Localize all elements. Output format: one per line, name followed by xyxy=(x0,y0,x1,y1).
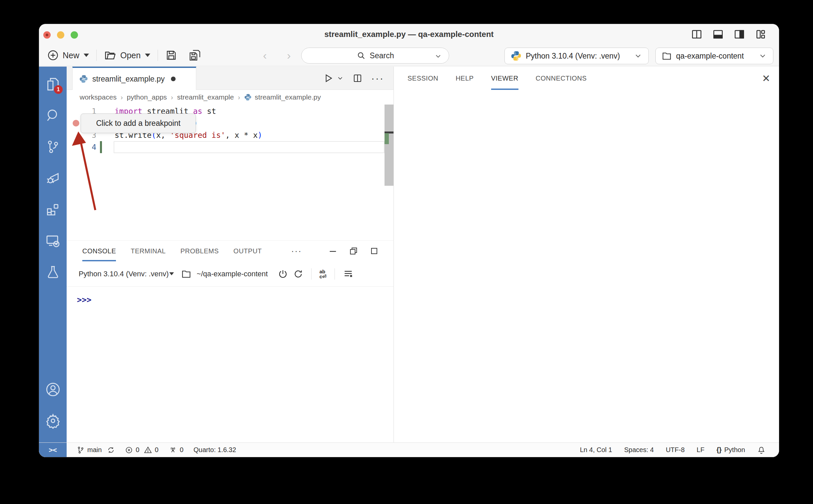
tab-console[interactable]: CONSOLE xyxy=(82,241,116,261)
eol-status[interactable]: LF xyxy=(697,446,704,454)
customize-layout-icon[interactable] xyxy=(755,29,766,40)
plus-circle-icon xyxy=(47,49,59,61)
save-button[interactable] xyxy=(162,49,180,61)
chevron-down-icon xyxy=(434,52,442,60)
tab-help[interactable]: HELP xyxy=(455,67,473,90)
sidebar-item-search[interactable] xyxy=(39,100,67,131)
breadcrumb: workspaces›python_apps›streamlit_example… xyxy=(67,90,394,105)
global-search-input[interactable]: Search xyxy=(301,48,449,64)
editor-more-actions-button[interactable]: ··· xyxy=(371,73,384,84)
tab-label: streamlit_example.py xyxy=(92,75,164,84)
python-logo-icon xyxy=(511,51,521,61)
right-panel-tab-bar: SESSIONHELPVIEWERCONNECTIONS xyxy=(394,67,779,90)
sidebar-item-extensions[interactable] xyxy=(39,194,67,225)
folder-icon xyxy=(181,269,191,279)
run-file-button[interactable] xyxy=(323,73,344,83)
navigate-back-button[interactable]: ‹ xyxy=(257,49,273,62)
sidebar-item-settings[interactable] xyxy=(39,405,67,436)
error-count: 0 xyxy=(135,446,139,454)
indentation-status[interactable]: Spaces: 4 xyxy=(624,446,654,454)
console-interpreter-label: Python 3.10.4 (Venv: .venv) xyxy=(79,270,168,278)
encoding-status[interactable]: UTF-8 xyxy=(666,446,685,454)
error-icon xyxy=(125,446,133,454)
toolbar-divider xyxy=(157,50,158,61)
chevron-down-icon xyxy=(337,75,344,82)
minimize-panel-button[interactable] xyxy=(328,246,338,256)
open-button[interactable]: Open xyxy=(101,49,153,62)
code-line-4[interactable]: 4 xyxy=(67,141,394,153)
toggle-panel-icon[interactable] xyxy=(712,29,724,40)
panel-tab-bar: CONSOLETERMINALPROBLEMSOUTPUT ··· xyxy=(67,241,394,261)
split-editor-button[interactable] xyxy=(353,73,363,83)
unsaved-changes-dot[interactable] xyxy=(171,77,175,81)
breakpoint-tooltip: Click to add a breakpoint xyxy=(81,114,196,133)
restore-panel-button[interactable] xyxy=(349,246,358,256)
chevron-down-icon xyxy=(758,52,767,60)
interpreter-selector[interactable]: Python 3.10.4 (Venv: .venv) xyxy=(504,48,649,64)
status-bar: >< main 0 0 0 Quarto: 1.6.32 Ln 4, Col 1… xyxy=(39,442,779,457)
forwarded-ports-status[interactable]: 0 xyxy=(168,446,183,454)
save-icon xyxy=(165,49,177,61)
word-wrap-toggle-button[interactable]: abc⏎ xyxy=(320,269,327,279)
sidebar-item-source-control[interactable] xyxy=(39,131,67,162)
restart-console-button[interactable] xyxy=(293,269,303,279)
breadcrumb-item[interactable]: workspaces xyxy=(80,93,117,101)
sidebar-item-account[interactable] xyxy=(39,374,67,405)
shutdown-console-button[interactable] xyxy=(278,269,288,279)
explorer-badge: 1 xyxy=(54,85,63,94)
breakpoint-dot[interactable] xyxy=(73,120,79,126)
tab-output[interactable]: OUTPUT xyxy=(234,241,262,261)
new-button[interactable]: New xyxy=(44,49,92,61)
tab-viewer[interactable]: VIEWER xyxy=(491,67,518,90)
language-mode-status[interactable]: {}Python xyxy=(716,446,745,454)
remote-indicator[interactable]: >< xyxy=(39,443,67,457)
panel-more-tabs-button[interactable]: ··· xyxy=(291,246,302,256)
save-all-button[interactable] xyxy=(185,49,205,62)
navigate-forward-button[interactable]: › xyxy=(281,49,297,62)
tab-terminal[interactable]: TERMINAL xyxy=(131,241,165,261)
breadcrumb-item[interactable]: streamlit_example xyxy=(177,93,234,101)
sidebar-item-explorer[interactable]: 1 xyxy=(39,69,67,100)
code-editor[interactable]: 1import streamlit as st2 )3st.write(x, '… xyxy=(67,105,394,240)
notifications-bell[interactable] xyxy=(757,446,766,454)
breadcrumb-item[interactable]: streamlit_example.py xyxy=(255,93,321,101)
chevron-down-icon xyxy=(145,54,150,57)
editor-tab-streamlit-example[interactable]: streamlit_example.py xyxy=(72,67,196,90)
chevron-down-icon xyxy=(634,52,643,60)
workspace-folder-selector[interactable]: qa-example-content xyxy=(656,48,773,64)
console-prompt: >>> xyxy=(77,295,91,305)
warning-icon xyxy=(144,446,152,454)
sidebar-item-run-debug[interactable] xyxy=(39,162,67,194)
search-icon xyxy=(45,108,61,123)
split-editor-layout-icon[interactable] xyxy=(691,29,702,40)
tab-session[interactable]: SESSION xyxy=(407,67,438,90)
clear-console-button[interactable] xyxy=(343,269,354,279)
sidebar-item-remote-explorer[interactable] xyxy=(39,225,67,256)
toggle-secondary-sidebar-icon[interactable] xyxy=(734,29,745,40)
cursor-position-status[interactable]: Ln 4, Col 1 xyxy=(580,446,612,454)
quarto-version-status[interactable]: Quarto: 1.6.32 xyxy=(193,446,236,454)
editor-tab-strip: streamlit_example.py ··· xyxy=(67,67,394,90)
python-file-icon xyxy=(79,75,88,83)
git-branch-status[interactable]: main xyxy=(77,446,115,454)
breadcrumb-separator: › xyxy=(237,94,241,101)
activity-bar: 1 xyxy=(39,67,67,442)
close-panel-button[interactable]: ✕ xyxy=(762,73,770,84)
tab-problems[interactable]: PROBLEMS xyxy=(180,241,219,261)
tab-connections[interactable]: CONNECTIONS xyxy=(536,67,587,90)
editor-scrollbar[interactable] xyxy=(385,105,394,186)
maximize-panel-button[interactable] xyxy=(370,246,379,256)
title-bar: streamlit_example.py — qa-example-conten… xyxy=(39,24,779,45)
top-action-bar: New Open ‹ › Search xyxy=(39,45,779,66)
open-button-label: Open xyxy=(120,51,140,60)
breadcrumb-item[interactable]: python_apps xyxy=(127,93,167,101)
git-branch-icon xyxy=(46,139,60,154)
ports-count: 0 xyxy=(180,446,183,454)
console-output[interactable]: >>> xyxy=(67,287,394,442)
problems-status[interactable]: 0 0 xyxy=(125,446,158,454)
sidebar-item-testing[interactable] xyxy=(39,256,67,288)
new-button-label: New xyxy=(63,51,79,60)
gear-icon xyxy=(45,413,61,429)
working-directory-label[interactable]: ~/qa-example-content xyxy=(196,270,268,278)
console-interpreter-selector[interactable]: Python 3.10.4 (Venv: .venv) xyxy=(79,270,176,278)
